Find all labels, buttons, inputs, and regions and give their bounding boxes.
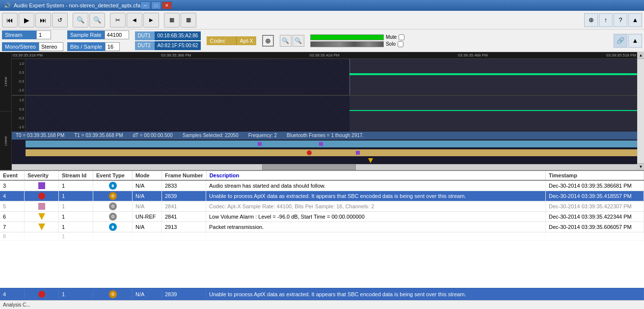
- top-wave-area: [26, 59, 637, 94]
- crosshair-toggle[interactable]: ⊕: [262, 35, 274, 47]
- time-label-1: 03:39:35.368 PM: [160, 53, 192, 57]
- row4-timestamp: Dec-30-2014 03:39:35.418557 PM: [546, 191, 644, 201]
- dut-group: DUT1 00:18:6B:35:A2:86 DUT2 A0:82:1F:F5:…: [135, 31, 201, 50]
- table-row-selected[interactable]: 4 1 ⚙ N/A 2839 Unable to process AptX da…: [0, 191, 644, 201]
- row4-evtype: ⚙: [93, 191, 133, 201]
- chart2-button[interactable]: ▦: [181, 13, 196, 28]
- th-mode: Mode: [133, 171, 162, 180]
- row3-timestamp: Dec-30-2014 03:39:35.386681 PM: [546, 181, 644, 191]
- dut2-value: A0:82:1F:F5:00:62: [155, 41, 201, 50]
- bottom-y-minus1.0: -1.0: [18, 125, 24, 129]
- info-up-button[interactable]: ▲: [628, 34, 642, 48]
- row5-stream: 1: [59, 201, 93, 211]
- zoom-in-waveform-button[interactable]: 🔍: [293, 35, 304, 47]
- bottom-dark-region: [26, 96, 349, 132]
- status-samples: Samples Selected: 22050: [183, 133, 239, 138]
- next-button[interactable]: ▶: [143, 13, 159, 28]
- row5-timestamp: Dec-30-2014 03:39:35.422307 PM: [546, 201, 644, 211]
- help-button[interactable]: [614, 13, 627, 27]
- title-bar-controls: ─ □ ✕: [140, 1, 172, 9]
- h-scrollbar-thumb[interactable]: [262, 165, 356, 170]
- bottom-severity-red-icon: [38, 291, 45, 298]
- severity-purple-icon: [38, 182, 45, 189]
- severity-yellow-icon: [38, 213, 45, 220]
- table-row[interactable]: 8 1: [0, 232, 644, 241]
- link-button[interactable]: 🔗: [614, 34, 627, 48]
- stream-value: 1: [36, 30, 51, 39]
- row4-stream: 1: [59, 191, 93, 201]
- row8-severity: [25, 232, 59, 240]
- top-y-1.0: 1.0: [19, 62, 24, 65]
- title-bar-title: Audio Expert System - non-stereo_detecte…: [14, 2, 140, 8]
- waveform-display: 03:39:35.318 PM 03:39:35.368 PM 03:39:35…: [12, 52, 637, 170]
- close-button[interactable]: ✕: [162, 1, 172, 9]
- marker-purple-1: [258, 142, 262, 146]
- stream-label: Stream: [2, 30, 36, 39]
- skip-forward-button[interactable]: ⏭: [35, 13, 51, 28]
- dut2-bar: DUT2 A0:82:1F:F5:00:62: [135, 41, 201, 50]
- h-scrollbar[interactable]: [12, 164, 637, 170]
- dut1-value: 00:18:6B:35:A2:86: [155, 31, 201, 40]
- zoom-in-button[interactable]: 🔍: [89, 13, 105, 28]
- sample-info-group: Sample Rate 44100 Bits / Sample 16: [67, 29, 129, 52]
- top-signal-line-main: [349, 73, 637, 74]
- gear-gray-icon-2: ⚙: [109, 213, 117, 221]
- top-y-0.3: 0.3: [19, 71, 24, 74]
- title-bar: 🔊 Audio Expert System - non-stereo_detec…: [0, 0, 644, 11]
- status-bar: Analysis C...: [0, 300, 644, 309]
- th-event-type: Event Type: [93, 171, 133, 180]
- table-row[interactable]: 7 1 ʙ N/A 2913 Packet retransmission. De…: [0, 222, 644, 232]
- th-event: Event: [0, 171, 25, 180]
- row5-evtype: ⚙: [93, 201, 133, 211]
- crosshair-button[interactable]: [584, 13, 598, 27]
- stream-info-group: Stream 1 Mono/Stereo Stereo: [2, 29, 63, 52]
- prev-button[interactable]: ◀: [127, 13, 142, 28]
- volume-area: Mute Solo: [310, 34, 404, 47]
- gear-gray-icon: ⚙: [109, 202, 117, 210]
- status-dt: dT = 00:00:00.500: [133, 133, 172, 138]
- bottom-channel: 1.0 0.3 -0.3 -1.0: [12, 96, 637, 132]
- row4-event: 4: [0, 191, 25, 201]
- app-icon: 🔊: [4, 2, 11, 9]
- upload-button[interactable]: [599, 13, 613, 27]
- solo-checkbox[interactable]: [398, 41, 403, 47]
- arrow-up-button[interactable]: [628, 13, 642, 27]
- scroll-down-arrow[interactable]: ▼: [638, 163, 644, 170]
- mute-checkbox[interactable]: [399, 34, 404, 40]
- bottom-y-1.0: 1.0: [19, 98, 24, 102]
- repeat-button[interactable]: ↺: [52, 13, 68, 28]
- play-button[interactable]: ▶: [19, 13, 34, 28]
- zoom-out-waveform-button[interactable]: 🔍: [280, 35, 292, 47]
- table-row[interactable]: 3 1 ʙ N/A 2833 Audio stream has started …: [0, 181, 644, 191]
- minimize-button[interactable]: ─: [140, 1, 150, 9]
- waveform-v-scrollbar[interactable]: ▲ ▼: [637, 52, 644, 170]
- linear-label-top: Linear: [4, 77, 7, 86]
- bottom-selected-row: 4 1 ⚙ N/A 2839 Unable to process AptX da…: [0, 288, 644, 300]
- row8-event: 8: [0, 232, 25, 240]
- bottom-frame: 2839: [162, 290, 206, 298]
- chart1-button[interactable]: ▦: [164, 13, 180, 28]
- timeline-bar-1: [26, 140, 637, 147]
- table-row[interactable]: 6 1 ⚙ UN-REF 2841 Low Volume Alarm : Lev…: [0, 212, 644, 222]
- scroll-up-arrow[interactable]: ▲: [638, 52, 644, 59]
- maximize-button[interactable]: □: [151, 1, 161, 9]
- cut-button[interactable]: ✂: [110, 13, 126, 28]
- row6-severity: [25, 212, 59, 222]
- table-row[interactable]: 5 1 ⚙ N/A 2841 Codec: Apt-X Sample Rate:…: [0, 201, 644, 212]
- row5-severity: [25, 201, 59, 211]
- row5-frame: 2841: [162, 201, 206, 211]
- row7-event: 7: [0, 222, 25, 232]
- row6-timestamp: Dec-30-2014 03:39:35.422344 PM: [546, 212, 644, 222]
- time-label-2: 03:39:35.418 PM: [309, 53, 341, 57]
- row6-stream: 1: [59, 212, 93, 222]
- status-bt-frames: Bluetooth Frames = 1 though 2917.: [287, 133, 364, 138]
- mono-stereo-value: Stereo: [39, 42, 63, 51]
- time-label-4: 03:39:35.518 PM: [605, 53, 637, 57]
- skip-back-button[interactable]: ⏮: [2, 13, 18, 28]
- row8-desc: [206, 232, 546, 240]
- timeline-bar-3: [26, 158, 637, 163]
- time-label-3: 03:39:35.468 PM: [457, 53, 489, 57]
- row6-mode: UN-REF: [133, 212, 162, 222]
- row8-mode: [133, 232, 162, 240]
- zoom-out-button[interactable]: 🔍: [73, 13, 88, 28]
